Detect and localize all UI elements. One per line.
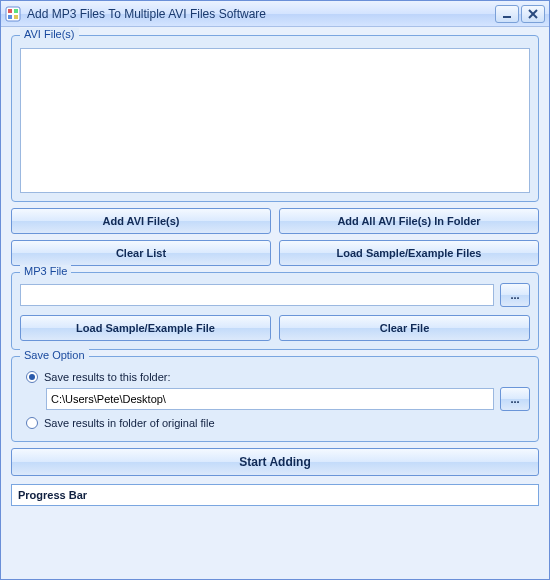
- avi-button-row-2: Clear List Load Sample/Example Files: [11, 240, 539, 266]
- clear-list-button[interactable]: Clear List: [11, 240, 271, 266]
- avi-legend: AVI File(s): [20, 28, 79, 40]
- save-folder-label: Save results to this folder:: [44, 371, 171, 383]
- load-sample-files-button[interactable]: Load Sample/Example Files: [279, 240, 539, 266]
- mp3-legend: MP3 File: [20, 265, 71, 277]
- mp3-browse-button[interactable]: ...: [500, 283, 530, 307]
- mp3-button-row: Load Sample/Example File Clear File: [20, 315, 530, 341]
- save-group: Save Option Save results to this folder:…: [11, 356, 539, 442]
- save-legend: Save Option: [20, 349, 89, 361]
- save-folder-input[interactable]: [46, 388, 494, 410]
- radio-save-folder[interactable]: [26, 371, 38, 383]
- window-buttons: [495, 5, 545, 23]
- avi-group: AVI File(s): [11, 35, 539, 202]
- app-window: Add MP3 Files To Multiple AVI Files Soft…: [0, 0, 550, 580]
- app-icon: [5, 6, 21, 22]
- svg-rect-3: [8, 15, 12, 19]
- mp3-input-row: ...: [20, 283, 530, 307]
- content-area: AVI File(s) Add AVI File(s) Add All AVI …: [1, 27, 549, 579]
- add-all-avi-button[interactable]: Add All AVI File(s) In Folder: [279, 208, 539, 234]
- window-title: Add MP3 Files To Multiple AVI Files Soft…: [27, 7, 495, 21]
- load-sample-file-button[interactable]: Load Sample/Example File: [20, 315, 271, 341]
- titlebar: Add MP3 Files To Multiple AVI Files Soft…: [1, 1, 549, 27]
- start-adding-button[interactable]: Start Adding: [11, 448, 539, 476]
- minimize-icon: [502, 9, 512, 19]
- close-icon: [528, 9, 538, 19]
- svg-rect-4: [14, 15, 18, 19]
- save-original-label: Save results in folder of original file: [44, 417, 215, 429]
- save-browse-button[interactable]: ...: [500, 387, 530, 411]
- progress-label: Progress Bar: [18, 489, 87, 501]
- radio-save-original[interactable]: [26, 417, 38, 429]
- save-folder-row: ...: [46, 387, 530, 411]
- svg-rect-2: [14, 9, 18, 13]
- add-avi-button[interactable]: Add AVI File(s): [11, 208, 271, 234]
- avi-button-row-1: Add AVI File(s) Add All AVI File(s) In F…: [11, 208, 539, 234]
- save-original-option[interactable]: Save results in folder of original file: [26, 417, 524, 429]
- close-button[interactable]: [521, 5, 545, 23]
- clear-file-button[interactable]: Clear File: [279, 315, 530, 341]
- avi-file-list[interactable]: [20, 48, 530, 193]
- save-to-folder-option[interactable]: Save results to this folder:: [26, 371, 524, 383]
- svg-rect-1: [8, 9, 12, 13]
- mp3-group: MP3 File ... Load Sample/Example File Cl…: [11, 272, 539, 350]
- progress-bar: Progress Bar: [11, 484, 539, 506]
- mp3-path-input[interactable]: [20, 284, 494, 306]
- minimize-button[interactable]: [495, 5, 519, 23]
